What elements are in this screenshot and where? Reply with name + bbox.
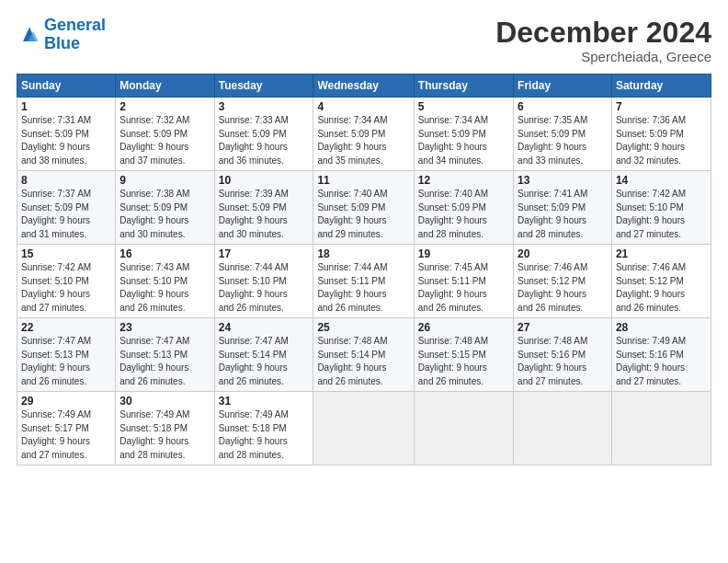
weekday-header: Friday: [514, 75, 612, 98]
day-number: 10: [219, 174, 310, 187]
calendar-cell: 6Sunrise: 7:35 AM Sunset: 5:09 PM Daylig…: [514, 98, 612, 171]
day-number: 9: [119, 174, 210, 187]
day-number: 18: [317, 247, 409, 260]
calendar-cell: 7Sunrise: 7:36 AM Sunset: 5:09 PM Daylig…: [611, 98, 711, 171]
header-row: SundayMondayTuesdayWednesdayThursdayFrid…: [17, 75, 711, 98]
calendar-cell: 2Sunrise: 7:32 AM Sunset: 5:09 PM Daylig…: [116, 98, 214, 171]
day-info: Sunrise: 7:34 AM Sunset: 5:09 PM Dayligh…: [418, 114, 509, 167]
day-number: 15: [21, 247, 111, 260]
day-number: 3: [219, 100, 310, 113]
calendar-cell: 11Sunrise: 7:40 AM Sunset: 5:09 PM Dayli…: [313, 171, 414, 245]
calendar-cell: 24Sunrise: 7:47 AM Sunset: 5:14 PM Dayli…: [214, 318, 313, 392]
day-info: Sunrise: 7:42 AM Sunset: 5:10 PM Dayligh…: [616, 188, 707, 241]
calendar-cell: [414, 392, 513, 465]
calendar-cell: 3Sunrise: 7:33 AM Sunset: 5:09 PM Daylig…: [214, 98, 313, 171]
calendar-table: SundayMondayTuesdayWednesdayThursdayFrid…: [17, 74, 711, 465]
day-info: Sunrise: 7:44 AM Sunset: 5:10 PM Dayligh…: [219, 261, 310, 315]
day-info: Sunrise: 7:47 AM Sunset: 5:13 PM Dayligh…: [21, 335, 111, 388]
page: General Blue December 2024 Spercheiada, …: [0, 0, 728, 563]
day-info: Sunrise: 7:46 AM Sunset: 5:12 PM Dayligh…: [616, 261, 707, 315]
calendar-cell: 14Sunrise: 7:42 AM Sunset: 5:10 PM Dayli…: [611, 171, 711, 245]
calendar-week-row: 22Sunrise: 7:47 AM Sunset: 5:13 PM Dayli…: [17, 318, 711, 392]
day-info: Sunrise: 7:49 AM Sunset: 5:18 PM Dayligh…: [219, 408, 310, 462]
calendar-cell: 5Sunrise: 7:34 AM Sunset: 5:09 PM Daylig…: [414, 98, 513, 171]
day-number: 21: [616, 247, 707, 260]
day-number: 2: [119, 100, 210, 113]
day-number: 6: [518, 100, 608, 113]
day-info: Sunrise: 7:44 AM Sunset: 5:11 PM Dayligh…: [317, 261, 409, 315]
calendar-cell: 20Sunrise: 7:46 AM Sunset: 5:12 PM Dayli…: [514, 245, 612, 318]
calendar-cell: 26Sunrise: 7:48 AM Sunset: 5:15 PM Dayli…: [414, 318, 513, 392]
calendar-week-row: 29Sunrise: 7:49 AM Sunset: 5:17 PM Dayli…: [17, 392, 711, 465]
calendar-cell: 25Sunrise: 7:48 AM Sunset: 5:14 PM Dayli…: [313, 318, 414, 392]
day-info: Sunrise: 7:48 AM Sunset: 5:14 PM Dayligh…: [317, 335, 409, 388]
calendar-cell: 9Sunrise: 7:38 AM Sunset: 5:09 PM Daylig…: [116, 171, 214, 245]
day-number: 12: [418, 174, 509, 187]
logo-line2: Blue: [44, 35, 106, 53]
day-info: Sunrise: 7:49 AM Sunset: 5:18 PM Dayligh…: [119, 408, 210, 462]
logo: General Blue: [17, 17, 106, 53]
day-info: Sunrise: 7:41 AM Sunset: 5:09 PM Dayligh…: [518, 188, 608, 241]
calendar-cell: 29Sunrise: 7:49 AM Sunset: 5:17 PM Dayli…: [17, 392, 116, 465]
calendar-cell: 28Sunrise: 7:49 AM Sunset: 5:16 PM Dayli…: [611, 318, 711, 392]
day-number: 27: [518, 321, 608, 334]
day-number: 11: [317, 174, 409, 187]
day-number: 4: [317, 100, 409, 113]
day-info: Sunrise: 7:49 AM Sunset: 5:16 PM Dayligh…: [616, 335, 707, 388]
weekday-header: Saturday: [611, 75, 711, 98]
title-block: December 2024 Spercheiada, Greece: [495, 17, 711, 64]
calendar-cell: 19Sunrise: 7:45 AM Sunset: 5:11 PM Dayli…: [414, 245, 513, 318]
weekday-header: Tuesday: [214, 75, 313, 98]
calendar-cell: [514, 392, 612, 465]
calendar-cell: 17Sunrise: 7:44 AM Sunset: 5:10 PM Dayli…: [214, 245, 313, 318]
calendar-week-row: 1Sunrise: 7:31 AM Sunset: 5:09 PM Daylig…: [17, 98, 711, 171]
calendar-cell: 31Sunrise: 7:49 AM Sunset: 5:18 PM Dayli…: [214, 392, 313, 465]
day-info: Sunrise: 7:36 AM Sunset: 5:09 PM Dayligh…: [616, 114, 707, 167]
day-number: 7: [616, 100, 707, 113]
logo-line1: General: [44, 16, 106, 34]
day-info: Sunrise: 7:33 AM Sunset: 5:09 PM Dayligh…: [219, 114, 310, 167]
day-number: 20: [518, 247, 608, 260]
logo-icon: [17, 22, 42, 48]
calendar-cell: 1Sunrise: 7:31 AM Sunset: 5:09 PM Daylig…: [17, 98, 116, 171]
calendar-cell: 15Sunrise: 7:42 AM Sunset: 5:10 PM Dayli…: [17, 245, 116, 318]
weekday-header: Monday: [116, 75, 214, 98]
day-number: 23: [119, 321, 210, 334]
calendar-cell: 4Sunrise: 7:34 AM Sunset: 5:09 PM Daylig…: [313, 98, 414, 171]
day-number: 5: [418, 100, 509, 113]
calendar-header: SundayMondayTuesdayWednesdayThursdayFrid…: [17, 75, 711, 98]
calendar-week-row: 8Sunrise: 7:37 AM Sunset: 5:09 PM Daylig…: [17, 171, 711, 245]
day-info: Sunrise: 7:34 AM Sunset: 5:09 PM Dayligh…: [317, 114, 409, 167]
calendar-cell: 13Sunrise: 7:41 AM Sunset: 5:09 PM Dayli…: [514, 171, 612, 245]
day-info: Sunrise: 7:48 AM Sunset: 5:15 PM Dayligh…: [418, 335, 509, 388]
day-info: Sunrise: 7:47 AM Sunset: 5:14 PM Dayligh…: [219, 335, 310, 388]
day-number: 28: [616, 321, 707, 334]
calendar-cell: [611, 392, 711, 465]
location: Spercheiada, Greece: [495, 49, 711, 64]
weekday-header: Wednesday: [313, 75, 414, 98]
calendar-cell: 10Sunrise: 7:39 AM Sunset: 5:09 PM Dayli…: [214, 171, 313, 245]
day-number: 24: [219, 321, 310, 334]
calendar-cell: 21Sunrise: 7:46 AM Sunset: 5:12 PM Dayli…: [611, 245, 711, 318]
day-number: 19: [418, 247, 509, 260]
day-number: 25: [317, 321, 409, 334]
day-info: Sunrise: 7:47 AM Sunset: 5:13 PM Dayligh…: [119, 335, 210, 388]
day-info: Sunrise: 7:48 AM Sunset: 5:16 PM Dayligh…: [518, 335, 608, 388]
weekday-header: Sunday: [17, 75, 116, 98]
day-number: 13: [518, 174, 608, 187]
calendar-week-row: 15Sunrise: 7:42 AM Sunset: 5:10 PM Dayli…: [17, 245, 711, 318]
day-number: 8: [21, 174, 111, 187]
calendar-cell: 30Sunrise: 7:49 AM Sunset: 5:18 PM Dayli…: [116, 392, 214, 465]
day-info: Sunrise: 7:49 AM Sunset: 5:17 PM Dayligh…: [21, 408, 111, 462]
logo-text: General Blue: [44, 17, 106, 53]
calendar-cell: 16Sunrise: 7:43 AM Sunset: 5:10 PM Dayli…: [116, 245, 214, 318]
calendar-cell: 18Sunrise: 7:44 AM Sunset: 5:11 PM Dayli…: [313, 245, 414, 318]
day-number: 29: [21, 395, 111, 408]
day-number: 22: [21, 321, 111, 334]
day-info: Sunrise: 7:37 AM Sunset: 5:09 PM Dayligh…: [21, 188, 111, 241]
day-info: Sunrise: 7:39 AM Sunset: 5:09 PM Dayligh…: [219, 188, 310, 241]
calendar-cell: 8Sunrise: 7:37 AM Sunset: 5:09 PM Daylig…: [17, 171, 116, 245]
day-info: Sunrise: 7:40 AM Sunset: 5:09 PM Dayligh…: [317, 188, 409, 241]
calendar-cell: 23Sunrise: 7:47 AM Sunset: 5:13 PM Dayli…: [116, 318, 214, 392]
day-number: 26: [418, 321, 509, 334]
